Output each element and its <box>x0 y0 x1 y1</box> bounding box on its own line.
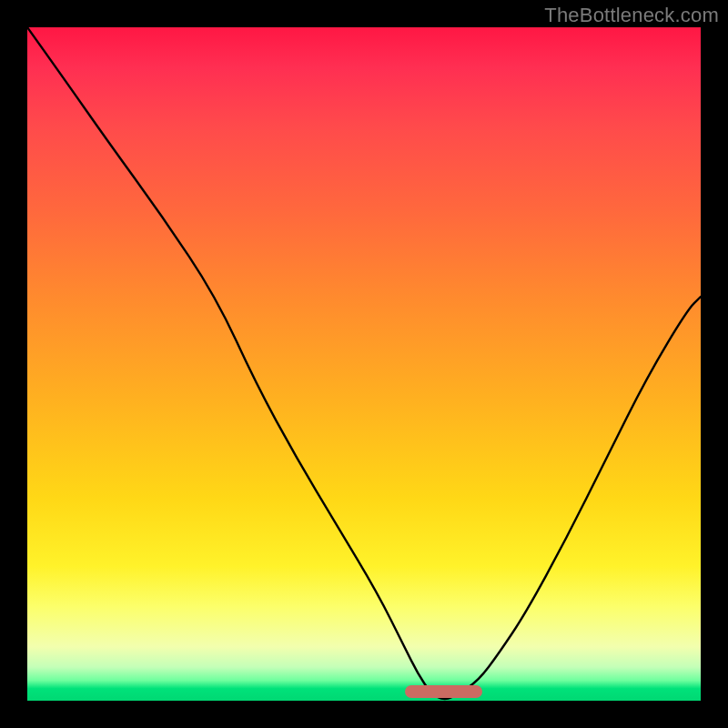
optimal-range-marker <box>405 685 482 698</box>
bottleneck-curve <box>27 27 701 701</box>
watermark-text: TheBottleneck.com <box>544 4 719 27</box>
chart-frame: TheBottleneck.com <box>0 0 728 728</box>
plot-area <box>27 27 701 701</box>
